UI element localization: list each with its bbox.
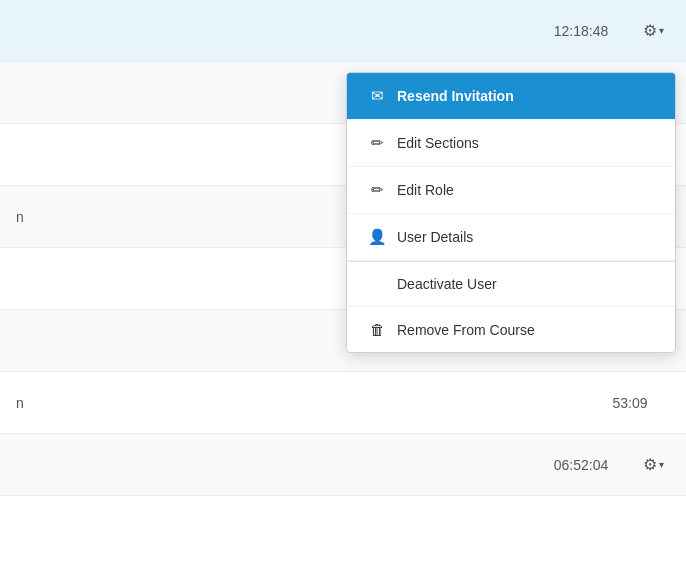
- caret-icon: ▾: [659, 459, 664, 470]
- gear-icon: ⚙: [643, 455, 657, 474]
- table-row: 06:52:04 ⚙ ▾: [0, 434, 686, 496]
- menu-item-remove[interactable]: 🗑 Remove From Course: [347, 307, 675, 352]
- time-cell: 53:09: [590, 395, 670, 411]
- menu-item-resend[interactable]: ✉ Resend Invitation: [347, 73, 675, 120]
- menu-item-deactivate[interactable]: Deactivate User: [347, 261, 675, 307]
- menu-label-deactivate: Deactivate User: [397, 276, 497, 292]
- edit-role-icon: ✏: [367, 181, 387, 199]
- user-icon: 👤: [367, 228, 387, 246]
- menu-label-user-details: User Details: [397, 229, 473, 245]
- dropdown-menu: ✉ Resend Invitation ✏ Edit Sections ✏ Ed…: [346, 72, 676, 353]
- table-container: 12:18:48 ⚙ ▾ ✉ Resend Invitation ✏ Edit …: [0, 0, 686, 564]
- time-cell: 12:18:48: [541, 23, 621, 39]
- trash-icon: 🗑: [367, 321, 387, 338]
- menu-label-resend: Resend Invitation: [397, 88, 514, 104]
- menu-item-user-details[interactable]: 👤 User Details: [347, 214, 675, 261]
- row-name: n: [16, 209, 24, 225]
- menu-item-edit-sections[interactable]: ✏ Edit Sections: [347, 120, 675, 167]
- edit-sections-icon: ✏: [367, 134, 387, 152]
- time-cell: 06:52:04: [541, 457, 621, 473]
- table-row: 12:18:48 ⚙ ▾ ✉ Resend Invitation ✏ Edit …: [0, 0, 686, 62]
- gear-button[interactable]: ⚙ ▾: [637, 451, 670, 478]
- gear-icon: ⚙: [643, 21, 657, 40]
- menu-label-edit-sections: Edit Sections: [397, 135, 479, 151]
- menu-label-remove: Remove From Course: [397, 322, 535, 338]
- menu-label-edit-role: Edit Role: [397, 182, 454, 198]
- action-cell: ⚙ ▾: [637, 451, 670, 478]
- menu-item-edit-role[interactable]: ✏ Edit Role: [347, 167, 675, 214]
- email-icon: ✉: [367, 87, 387, 105]
- table-row: n 53:09: [0, 372, 686, 434]
- gear-button[interactable]: ⚙ ▾: [637, 17, 670, 44]
- action-cell: ⚙ ▾: [637, 17, 670, 44]
- caret-icon: ▾: [659, 25, 664, 36]
- row-name: n: [16, 395, 24, 411]
